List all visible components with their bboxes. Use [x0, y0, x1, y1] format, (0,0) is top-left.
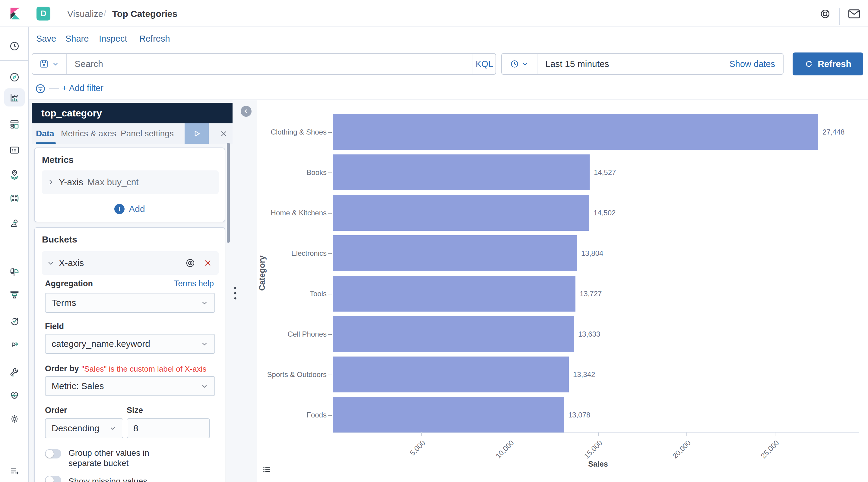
space-avatar[interactable]: D: [36, 7, 50, 21]
show-missing-toggle[interactable]: [45, 476, 61, 482]
category-label: Foods: [257, 397, 327, 433]
value-label: 14,502: [593, 195, 616, 231]
filter-bar: + Add filter: [29, 77, 868, 100]
eye-icon[interactable]: [185, 258, 195, 268]
panel-resize-handle[interactable]: [233, 286, 237, 300]
search-box: KQL: [32, 53, 496, 75]
header-divider: [811, 8, 811, 25]
sidebar-item-visualize[interactable]: [0, 88, 29, 107]
order-by-select[interactable]: Metric: Sales: [45, 376, 215, 396]
sidebar-item-stack-monitoring[interactable]: [0, 386, 29, 404]
value-label: 14,527: [594, 154, 616, 190]
category-tick: [328, 334, 332, 335]
refresh-button[interactable]: Refresh: [793, 53, 863, 76]
aggregation-select[interactable]: Terms: [45, 293, 215, 313]
size-input[interactable]: [127, 418, 210, 438]
bar[interactable]: [333, 316, 574, 352]
collapse-menu-icon[interactable]: [0, 462, 29, 480]
save-button[interactable]: Save: [36, 34, 56, 44]
legend-toggle-icon[interactable]: [262, 464, 272, 474]
annotation-text: "Sales" is the custom label of X-axis: [82, 364, 206, 374]
bar[interactable]: [333, 154, 590, 190]
bucket-x-axis-row[interactable]: X-axis: [42, 251, 219, 275]
time-picker-quick-menu[interactable]: [502, 54, 537, 74]
filter-dash: [49, 88, 59, 89]
sidebar-item-discover[interactable]: [0, 68, 29, 86]
metric-row-value: Max buy_cnt: [88, 177, 139, 187]
saved-query-menu-button[interactable]: [32, 54, 67, 74]
share-button[interactable]: Share: [65, 34, 89, 44]
category-label: Sports & Outdoors: [257, 357, 327, 392]
bar[interactable]: [333, 235, 577, 271]
sidebar-item-uptime[interactable]: [0, 312, 29, 330]
show-dates-button[interactable]: Show dates: [729, 59, 783, 69]
value-label: 13,342: [573, 357, 595, 392]
sidebar-item-logs[interactable]: [0, 263, 29, 281]
kql-button[interactable]: KQL: [473, 54, 496, 74]
add-filter-button[interactable]: + Add filter: [62, 83, 103, 93]
active-tab-underline: [36, 142, 56, 144]
filter-icon[interactable]: [35, 83, 46, 94]
chevron-left-icon: [243, 108, 249, 114]
tab-data[interactable]: Data: [36, 123, 54, 144]
category-tick: [328, 253, 332, 254]
help-icon[interactable]: [820, 8, 831, 19]
kibana-logo[interactable]: [8, 7, 22, 21]
value-label: 13,804: [581, 235, 603, 271]
close-icon: [220, 130, 228, 138]
refresh-link[interactable]: Refresh: [140, 34, 170, 44]
collapse-panel-button[interactable]: [241, 106, 251, 117]
x-axis-line: [333, 432, 859, 432]
breadcrumb-visualize[interactable]: Visualize: [67, 9, 103, 19]
tab-panel-settings[interactable]: Panel settings: [121, 123, 174, 144]
x-axis-tick-label: 10,000: [482, 439, 516, 472]
play-icon: [192, 129, 201, 138]
sidebar-divider: [0, 60, 29, 61]
order-select[interactable]: Descending: [45, 418, 123, 438]
mail-icon[interactable]: [848, 9, 860, 19]
x-axis-tick: [686, 432, 687, 436]
remove-bucket-icon[interactable]: [204, 259, 212, 267]
apply-changes-button[interactable]: [185, 123, 209, 144]
category-label: Clothing & Shoes: [257, 114, 327, 150]
sidebar-item-machine-learning[interactable]: [0, 189, 29, 207]
category-tick: [328, 173, 332, 173]
field-select[interactable]: category_name.keyword: [45, 334, 215, 354]
x-axis-tick-label: 20,000: [659, 439, 692, 472]
search-input[interactable]: [67, 54, 473, 74]
bar[interactable]: [333, 276, 576, 311]
header-divider: [29, 8, 29, 25]
sidebar-item-apm[interactable]: [0, 336, 29, 354]
bar[interactable]: [333, 397, 564, 433]
sidebar-item-recently-viewed[interactable]: [0, 37, 29, 55]
show-missing-label: Show missing values: [68, 476, 180, 482]
sidebar-item-metrics[interactable]: [0, 285, 29, 303]
y-axis-title: Category: [257, 243, 267, 303]
x-axis-tick: [775, 432, 775, 436]
sidebar-item-dashboard[interactable]: [0, 115, 29, 133]
chevron-down-icon: [522, 60, 529, 67]
add-metric-button[interactable]: Add: [35, 200, 225, 218]
panel-scrollbar[interactable]: [227, 143, 230, 243]
bar[interactable]: [333, 114, 818, 150]
x-axis-tick-label: 5,000: [393, 439, 427, 472]
save-query-icon: [39, 59, 49, 69]
bar[interactable]: [333, 357, 569, 392]
sidebar-item-dev-tools[interactable]: [0, 363, 29, 381]
sidebar-item-management[interactable]: [0, 410, 29, 428]
metric-y-axis-row[interactable]: Y-axis Max buy_cnt: [42, 171, 219, 194]
tab-metrics-axes[interactable]: Metrics & axes: [61, 123, 116, 144]
metrics-heading: Metrics: [42, 155, 73, 165]
sidebar-item-canvas[interactable]: [0, 141, 29, 159]
terms-help-link[interactable]: Terms help: [174, 279, 214, 288]
discard-changes-button[interactable]: [215, 123, 232, 144]
sidebar-item-graph[interactable]: [0, 214, 29, 232]
group-other-toggle[interactable]: [45, 449, 61, 458]
chevron-down-icon: [200, 299, 208, 307]
refresh-icon: [804, 59, 813, 68]
bar[interactable]: [333, 195, 589, 231]
inspect-button[interactable]: Inspect: [99, 34, 127, 44]
panel-tabs: Data Metrics & axes Panel settings: [32, 123, 232, 144]
time-range-value[interactable]: Last 15 minutes: [537, 54, 729, 74]
sidebar-item-maps[interactable]: [0, 165, 29, 183]
